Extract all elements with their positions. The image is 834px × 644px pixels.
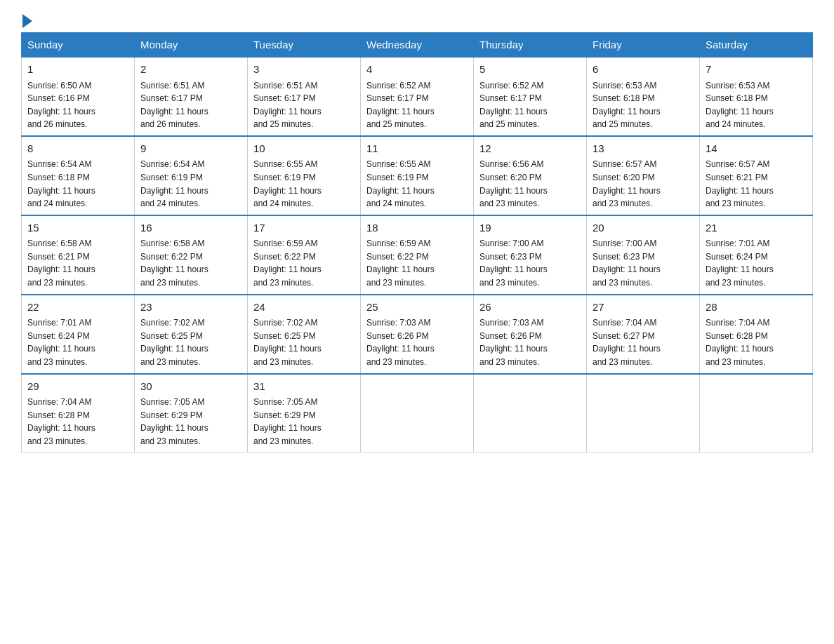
day-info: Sunrise: 6:56 AMSunset: 6:20 PMDaylight:… [479, 158, 581, 210]
calendar-day-cell [361, 374, 474, 452]
calendar-day-cell: 9Sunrise: 6:54 AMSunset: 6:19 PMDaylight… [135, 136, 248, 215]
calendar-day-cell: 12Sunrise: 6:56 AMSunset: 6:20 PMDayligh… [474, 136, 587, 215]
calendar-day-cell [700, 374, 813, 452]
column-header-tuesday: Tuesday [248, 33, 361, 58]
column-header-thursday: Thursday [474, 33, 587, 58]
day-info: Sunrise: 6:50 AMSunset: 6:16 PMDaylight:… [27, 79, 128, 131]
day-info: Sunrise: 7:01 AMSunset: 6:24 PMDaylight:… [706, 237, 807, 289]
calendar-week-row: 1Sunrise: 6:50 AMSunset: 6:16 PMDaylight… [22, 57, 813, 136]
day-number: 30 [140, 379, 241, 395]
column-header-wednesday: Wednesday [361, 33, 474, 58]
column-header-monday: Monday [135, 33, 248, 58]
calendar-day-cell: 11Sunrise: 6:55 AMSunset: 6:19 PMDayligh… [361, 136, 474, 215]
calendar-day-cell: 26Sunrise: 7:03 AMSunset: 6:26 PMDayligh… [474, 295, 587, 374]
calendar-day-cell: 28Sunrise: 7:04 AMSunset: 6:28 PMDayligh… [700, 295, 813, 374]
calendar-day-cell: 4Sunrise: 6:52 AMSunset: 6:17 PMDaylight… [361, 57, 474, 136]
day-number: 12 [479, 141, 581, 157]
day-number: 24 [253, 300, 355, 316]
calendar-day-cell: 3Sunrise: 6:51 AMSunset: 6:17 PMDaylight… [248, 57, 361, 136]
calendar-day-cell [474, 374, 587, 452]
day-number: 16 [140, 220, 241, 236]
day-number: 29 [27, 379, 128, 395]
calendar-day-cell: 19Sunrise: 7:00 AMSunset: 6:23 PMDayligh… [474, 215, 587, 295]
day-info: Sunrise: 6:59 AMSunset: 6:22 PMDaylight:… [366, 237, 468, 289]
calendar-day-cell: 27Sunrise: 7:04 AMSunset: 6:27 PMDayligh… [587, 295, 700, 374]
day-number: 10 [253, 141, 355, 157]
day-number: 21 [706, 220, 807, 236]
calendar-day-cell: 18Sunrise: 6:59 AMSunset: 6:22 PMDayligh… [361, 215, 474, 295]
day-info: Sunrise: 7:02 AMSunset: 6:25 PMDaylight:… [140, 316, 241, 368]
page-header [21, 14, 813, 25]
day-info: Sunrise: 6:59 AMSunset: 6:22 PMDaylight:… [253, 237, 355, 289]
day-info: Sunrise: 7:04 AMSunset: 6:27 PMDaylight:… [593, 316, 694, 368]
day-info: Sunrise: 6:54 AMSunset: 6:19 PMDaylight:… [140, 158, 241, 210]
day-info: Sunrise: 6:57 AMSunset: 6:21 PMDaylight:… [706, 158, 807, 210]
day-number: 15 [27, 220, 128, 236]
day-info: Sunrise: 7:00 AMSunset: 6:23 PMDaylight:… [479, 237, 581, 289]
day-number: 28 [706, 300, 807, 316]
calendar-day-cell: 14Sunrise: 6:57 AMSunset: 6:21 PMDayligh… [700, 136, 813, 215]
column-header-saturday: Saturday [700, 33, 813, 58]
day-info: Sunrise: 6:51 AMSunset: 6:17 PMDaylight:… [253, 79, 355, 131]
calendar-day-cell: 17Sunrise: 6:59 AMSunset: 6:22 PMDayligh… [248, 215, 361, 295]
day-number: 17 [253, 220, 355, 236]
day-number: 7 [706, 62, 807, 78]
day-number: 3 [253, 62, 355, 78]
calendar-table: SundayMondayTuesdayWednesdayThursdayFrid… [21, 32, 813, 452]
day-number: 4 [366, 62, 468, 78]
day-number: 5 [479, 62, 581, 78]
calendar-day-cell: 1Sunrise: 6:50 AMSunset: 6:16 PMDaylight… [22, 57, 135, 136]
day-info: Sunrise: 7:05 AMSunset: 6:29 PMDaylight:… [140, 396, 241, 448]
calendar-day-cell: 23Sunrise: 7:02 AMSunset: 6:25 PMDayligh… [135, 295, 248, 374]
day-number: 23 [140, 300, 241, 316]
calendar-day-cell: 2Sunrise: 6:51 AMSunset: 6:17 PMDaylight… [135, 57, 248, 136]
day-info: Sunrise: 7:04 AMSunset: 6:28 PMDaylight:… [27, 396, 128, 448]
day-number: 14 [706, 141, 807, 157]
day-info: Sunrise: 6:55 AMSunset: 6:19 PMDaylight:… [253, 158, 355, 210]
day-number: 19 [479, 220, 581, 236]
calendar-header-row: SundayMondayTuesdayWednesdayThursdayFrid… [22, 33, 813, 58]
day-info: Sunrise: 6:52 AMSunset: 6:17 PMDaylight:… [366, 79, 468, 131]
day-number: 2 [140, 62, 241, 78]
calendar-day-cell: 25Sunrise: 7:03 AMSunset: 6:26 PMDayligh… [361, 295, 474, 374]
day-info: Sunrise: 7:03 AMSunset: 6:26 PMDaylight:… [366, 316, 468, 368]
day-info: Sunrise: 7:01 AMSunset: 6:24 PMDaylight:… [27, 316, 128, 368]
day-number: 22 [27, 300, 128, 316]
day-number: 27 [593, 300, 694, 316]
calendar-week-row: 15Sunrise: 6:58 AMSunset: 6:21 PMDayligh… [22, 215, 813, 295]
calendar-day-cell: 16Sunrise: 6:58 AMSunset: 6:22 PMDayligh… [135, 215, 248, 295]
day-number: 26 [479, 300, 581, 316]
day-info: Sunrise: 7:05 AMSunset: 6:29 PMDaylight:… [253, 396, 355, 448]
day-info: Sunrise: 6:51 AMSunset: 6:17 PMDaylight:… [140, 79, 241, 131]
day-info: Sunrise: 6:53 AMSunset: 6:18 PMDaylight:… [706, 79, 807, 131]
day-number: 20 [593, 220, 694, 236]
day-number: 25 [366, 300, 468, 316]
day-info: Sunrise: 6:54 AMSunset: 6:18 PMDaylight:… [27, 158, 128, 210]
calendar-day-cell: 6Sunrise: 6:53 AMSunset: 6:18 PMDaylight… [587, 57, 700, 136]
calendar-day-cell: 7Sunrise: 6:53 AMSunset: 6:18 PMDaylight… [700, 57, 813, 136]
day-info: Sunrise: 6:55 AMSunset: 6:19 PMDaylight:… [366, 158, 468, 210]
calendar-day-cell: 15Sunrise: 6:58 AMSunset: 6:21 PMDayligh… [22, 215, 135, 295]
calendar-day-cell: 10Sunrise: 6:55 AMSunset: 6:19 PMDayligh… [248, 136, 361, 215]
day-number: 11 [366, 141, 468, 157]
day-info: Sunrise: 6:58 AMSunset: 6:21 PMDaylight:… [27, 237, 128, 289]
calendar-day-cell: 24Sunrise: 7:02 AMSunset: 6:25 PMDayligh… [248, 295, 361, 374]
logo [21, 14, 32, 25]
day-number: 1 [27, 62, 128, 78]
day-info: Sunrise: 7:02 AMSunset: 6:25 PMDaylight:… [253, 316, 355, 368]
day-number: 18 [366, 220, 468, 236]
logo-triangle-icon [22, 14, 32, 28]
day-number: 13 [593, 141, 694, 157]
day-number: 6 [593, 62, 694, 78]
day-number: 9 [140, 141, 241, 157]
calendar-day-cell: 21Sunrise: 7:01 AMSunset: 6:24 PMDayligh… [700, 215, 813, 295]
calendar-week-row: 8Sunrise: 6:54 AMSunset: 6:18 PMDaylight… [22, 136, 813, 215]
calendar-day-cell: 22Sunrise: 7:01 AMSunset: 6:24 PMDayligh… [22, 295, 135, 374]
column-header-friday: Friday [587, 33, 700, 58]
day-info: Sunrise: 6:53 AMSunset: 6:18 PMDaylight:… [593, 79, 694, 131]
day-info: Sunrise: 7:00 AMSunset: 6:23 PMDaylight:… [593, 237, 694, 289]
day-info: Sunrise: 7:04 AMSunset: 6:28 PMDaylight:… [706, 316, 807, 368]
calendar-day-cell: 5Sunrise: 6:52 AMSunset: 6:17 PMDaylight… [474, 57, 587, 136]
calendar-day-cell: 29Sunrise: 7:04 AMSunset: 6:28 PMDayligh… [22, 374, 135, 452]
calendar-day-cell: 30Sunrise: 7:05 AMSunset: 6:29 PMDayligh… [135, 374, 248, 452]
